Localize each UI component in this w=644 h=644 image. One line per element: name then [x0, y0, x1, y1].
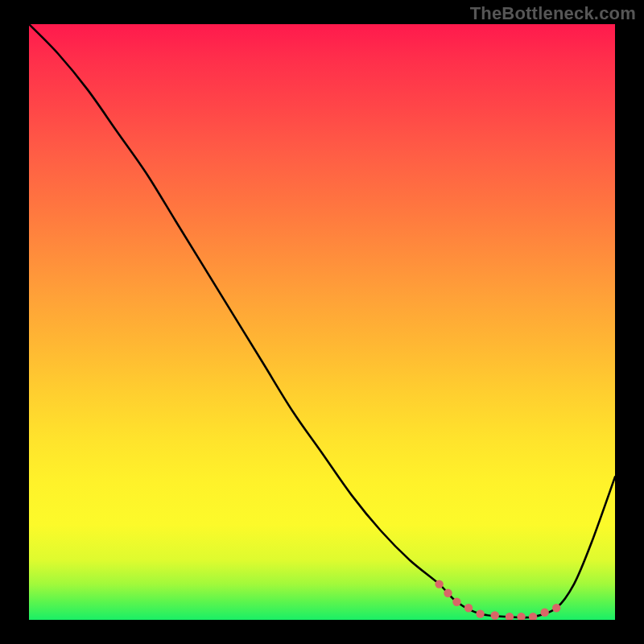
- valley-marker-dot: [517, 613, 525, 620]
- valley-marker-dot: [552, 604, 560, 612]
- plot-area: [29, 24, 615, 620]
- curve-layer: [29, 24, 615, 620]
- valley-markers: [435, 580, 560, 620]
- watermark-text: TheBottleneck.com: [470, 3, 636, 24]
- valley-marker-dot: [491, 611, 499, 619]
- valley-marker-dot: [464, 604, 473, 612]
- chart-frame: TheBottleneck.com: [0, 0, 644, 644]
- valley-marker-dot: [435, 580, 443, 588]
- valley-marker-dot: [506, 613, 514, 620]
- valley-marker-dot: [540, 609, 548, 617]
- valley-marker-dot: [452, 598, 460, 606]
- valley-marker-dot: [529, 613, 537, 620]
- valley-marker-dot: [476, 609, 484, 617]
- valley-marker-dot: [444, 589, 452, 597]
- bottleneck-curve: [29, 24, 615, 617]
